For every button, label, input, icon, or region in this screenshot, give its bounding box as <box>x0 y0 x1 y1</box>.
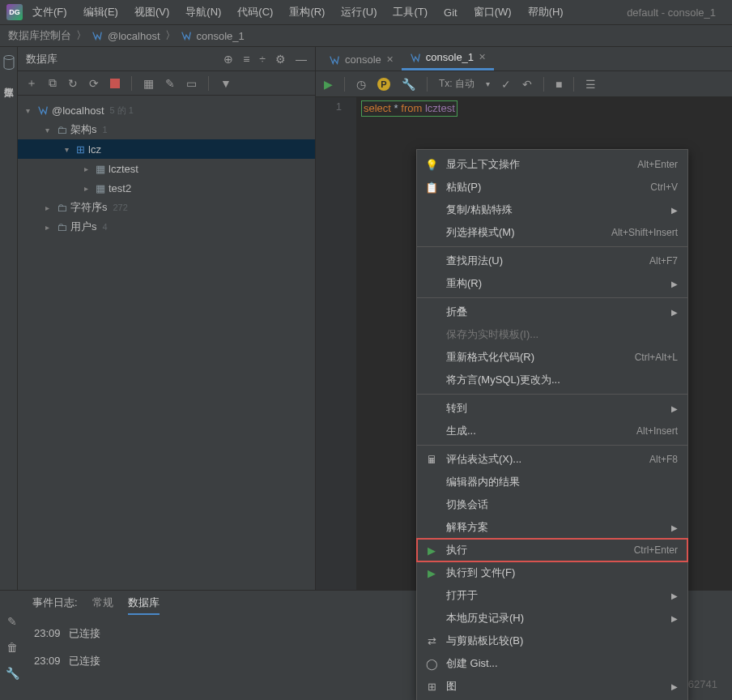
context-menu-item[interactable]: 将方言(MySQL)更改为... <box>417 369 687 391</box>
context-menu-item[interactable]: 解释方案▶ <box>417 516 687 539</box>
tx-mode-label[interactable]: Tx: 自动 <box>439 77 475 91</box>
context-menu-item[interactable]: ⊞图▶ <box>417 675 687 698</box>
filter-icon[interactable]: ▼ <box>220 77 232 90</box>
editor-toolbar: ▶ ◷ P 🔧 Tx: 自动▾ ✓ ↶ ■ ☰ <box>316 71 732 97</box>
context-menu-label: 编辑器内的结果 <box>446 475 678 489</box>
tab-console[interactable]: console ✕ <box>321 49 402 70</box>
context-menu-item[interactable]: 重构(R)▶ <box>417 272 687 295</box>
context-menu-label: 保存为实时模板(I)... <box>446 327 678 342</box>
stop-icon[interactable]: ■ <box>555 78 562 91</box>
context-menu-label: 复制/粘贴特殊 <box>446 203 663 217</box>
context-menu-label: 解释方案 <box>446 520 663 535</box>
close-icon[interactable]: ✕ <box>479 52 486 62</box>
context-menu-item[interactable]: 切换会话 <box>417 493 687 516</box>
duplicate-icon[interactable]: ⧉ <box>49 76 57 90</box>
layout-icon[interactable]: ☰ <box>585 78 596 91</box>
profile-icon[interactable]: P <box>377 78 390 91</box>
sync-icon[interactable]: ⟳ <box>89 77 99 90</box>
context-menu-item[interactable]: 本地历史记录(H)▶ <box>417 607 687 630</box>
tree-users-folder[interactable]: ▸ 🗀 用户s 4 <box>18 217 315 237</box>
menu-refactor[interactable]: 重构(R) <box>283 2 331 23</box>
event-log-tab-general[interactable]: 常规 <box>92 595 113 615</box>
menu-help[interactable]: 帮助(H) <box>521 2 570 23</box>
breadcrumb-item[interactable]: console_1 <box>197 30 245 42</box>
wrench-icon[interactable]: 🔧 <box>6 667 19 680</box>
context-menu-item[interactable]: 生成...Alt+Insert <box>417 420 687 442</box>
tree-label: lcz <box>88 143 101 156</box>
stop-icon[interactable] <box>110 79 120 88</box>
window-title: default - console_1 <box>627 6 726 19</box>
context-menu-item[interactable]: 复制/粘贴特殊▶ <box>417 198 687 221</box>
menu-navigate[interactable]: 导航(N) <box>179 2 228 23</box>
shortcut-label: Alt+Enter <box>637 159 678 170</box>
context-menu-label: 执行 <box>446 543 626 557</box>
divider <box>131 76 132 91</box>
table-icon[interactable]: ▦ <box>143 77 154 90</box>
context-menu-item[interactable]: 编辑器内的结果 <box>417 471 687 493</box>
context-menu-item[interactable]: 查找用法(U)Alt+F7 <box>417 250 687 272</box>
context-menu-item[interactable]: 打开于▶ <box>417 584 687 607</box>
chevron-icon: 〉 <box>76 28 87 43</box>
close-icon[interactable]: ✕ <box>386 54 394 65</box>
run-icon[interactable]: ▶ <box>324 78 333 91</box>
hide-icon[interactable]: — <box>296 53 307 66</box>
event-log-tab-database[interactable]: 数据库 <box>128 595 160 615</box>
tab-console-1[interactable]: console_1 ✕ <box>402 46 494 70</box>
tree-charsets-folder[interactable]: ▸ 🗀 字符序s 272 <box>18 198 315 217</box>
rollback-icon[interactable]: ↶ <box>522 78 532 91</box>
target-icon[interactable]: ⊕ <box>223 53 233 66</box>
wrench-icon[interactable]: 🔧 <box>402 78 415 91</box>
context-menu-item[interactable]: 转到▶ <box>417 397 687 420</box>
context-menu-item[interactable]: 💡显示上下文操作Alt+Enter <box>417 153 687 176</box>
settings-icon[interactable]: ⚙ <box>275 53 286 66</box>
expand-icon[interactable]: ≡ <box>243 53 249 66</box>
edit-icon[interactable]: ✎ <box>165 77 175 90</box>
menu-file[interactable]: 文件(F) <box>26 2 74 23</box>
count-badge: 272 <box>111 203 130 212</box>
chevron-down-icon[interactable]: ▾ <box>486 79 490 88</box>
tree-schema-lcz[interactable]: ▾ ⊞ lcz <box>18 139 315 159</box>
schema-icon: ⊞ <box>76 143 85 156</box>
side-tool-strip: 数据库 <box>0 47 18 590</box>
run-icon: ▶ <box>425 567 438 579</box>
context-menu-item[interactable]: ⇄与剪贴板比较(B) <box>417 630 687 652</box>
context-menu-item[interactable]: 折叠▶ <box>417 301 687 323</box>
collapse-icon[interactable]: ÷ <box>259 53 266 66</box>
refresh-icon[interactable]: ↻ <box>68 77 78 90</box>
context-menu-item[interactable]: 🖩评估表达式(X)...Alt+F8 <box>417 448 687 471</box>
context-menu-label: 打开于 <box>446 588 663 603</box>
tree-datasource[interactable]: ▾ @localhost 5 的 1 <box>18 100 315 120</box>
shortcut-label: Alt+F7 <box>649 255 678 267</box>
context-menu-item[interactable]: ▶执行Ctrl+Enter <box>417 539 687 561</box>
context-menu-label: 生成... <box>446 424 628 438</box>
tree-label: 字符序s <box>70 200 108 215</box>
menu-code[interactable]: 代码(C) <box>231 2 279 23</box>
context-menu-item[interactable]: 重新格式化代码(R)Ctrl+Alt+L <box>417 346 687 369</box>
trash-icon[interactable]: 🗑 <box>6 641 18 654</box>
edit-icon[interactable]: ✎ <box>7 615 17 628</box>
tree-label: @localhost <box>52 105 104 117</box>
tree-table[interactable]: ▸ ▦ lcztest <box>18 159 315 178</box>
commit-icon[interactable]: ✓ <box>501 78 511 91</box>
context-menu-item[interactable]: ◯创建 Gist... <box>417 652 687 675</box>
context-menu-item[interactable]: 📋粘贴(P)Ctrl+V <box>417 176 687 198</box>
breadcrumb-item[interactable]: @localhost <box>108 30 160 42</box>
menu-window[interactable]: 窗口(W) <box>467 2 518 23</box>
context-menu-item[interactable]: ▶执行到 文件(F) <box>417 561 687 584</box>
menu-tools[interactable]: 工具(T) <box>386 2 434 23</box>
menu-git[interactable]: Git <box>437 3 464 22</box>
context-menu-item[interactable]: 列选择模式(M)Alt+Shift+Insert <box>417 221 687 244</box>
menu-run[interactable]: 运行(U) <box>334 2 383 23</box>
tree-schemas-folder[interactable]: ▾ 🗀 架构s 1 <box>18 120 315 139</box>
database-icon[interactable] <box>3 55 15 70</box>
add-icon[interactable]: ＋ <box>26 76 37 91</box>
breadcrumb-item[interactable]: 数据库控制台 <box>8 28 71 43</box>
menu-edit[interactable]: 编辑(E) <box>77 2 125 23</box>
query-icon[interactable]: ▭ <box>186 77 197 90</box>
context-menu-item: 保存为实时模板(I)... <box>417 323 687 346</box>
tree-table[interactable]: ▸ ▦ test2 <box>18 178 315 198</box>
history-icon[interactable]: ◷ <box>356 78 366 91</box>
menu-view[interactable]: 视图(V) <box>128 2 176 23</box>
chevron-down-icon: ▾ <box>65 145 73 154</box>
event-log-gutter: ✎ 🗑 🔧 <box>0 591 24 698</box>
